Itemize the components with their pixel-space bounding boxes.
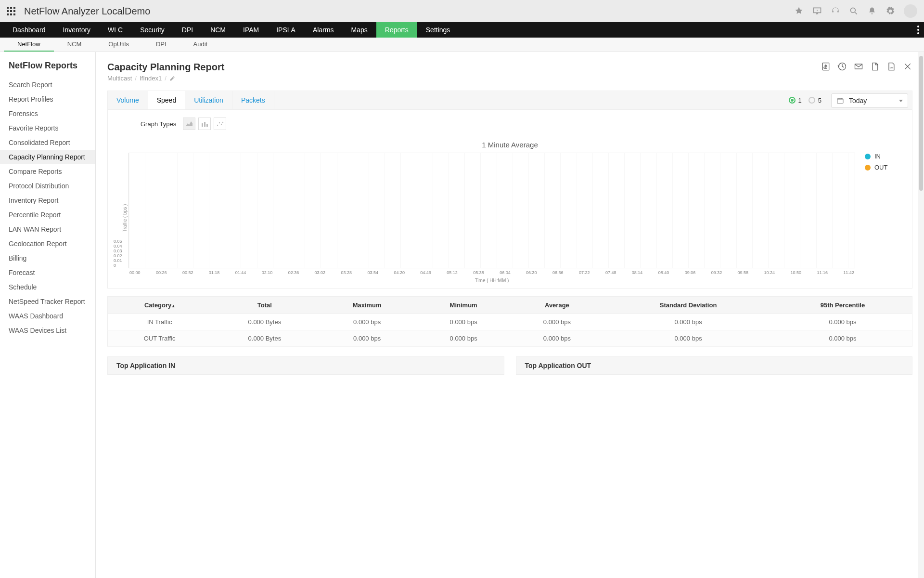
sidebar-item[interactable]: WAAS Dashboard bbox=[9, 309, 95, 323]
graph-types-label: Graph Types bbox=[141, 120, 176, 128]
panel-top-app-in: Top Application IN bbox=[107, 356, 504, 375]
nav-maps[interactable]: Maps bbox=[343, 22, 376, 38]
nav-dashboard[interactable]: Dashboard bbox=[4, 22, 54, 38]
nav-reports[interactable]: Reports bbox=[376, 22, 417, 38]
csv-icon[interactable]: csv bbox=[886, 62, 896, 71]
graph-type-scatter[interactable] bbox=[214, 118, 226, 130]
graph-type-area[interactable] bbox=[183, 118, 195, 130]
sidebar-list: Search ReportReport ProfilesForensicsFav… bbox=[9, 78, 95, 338]
nav-ipam[interactable]: IPAM bbox=[234, 22, 268, 38]
col-minimum[interactable]: Minimum bbox=[416, 297, 511, 314]
search-icon[interactable] bbox=[849, 6, 859, 16]
col-total[interactable]: Total bbox=[211, 297, 318, 314]
nav-overflow-icon[interactable] bbox=[917, 22, 919, 38]
nav-security[interactable]: Security bbox=[131, 22, 173, 38]
stats-table: Category▴TotalMaximumMinimumAverageStand… bbox=[107, 296, 912, 347]
nav-ipsla[interactable]: IPSLA bbox=[268, 22, 304, 38]
topbar: NetFlow Analyzer LocalDemo bbox=[0, 0, 924, 22]
nav-dpi[interactable]: DPI bbox=[173, 22, 202, 38]
sidebar-item[interactable]: Forensics bbox=[9, 106, 95, 121]
sidebar-item[interactable]: Favorite Reports bbox=[9, 121, 95, 135]
y-axis-label: Traffic ( bps ) bbox=[121, 153, 128, 283]
bell-icon[interactable] bbox=[867, 6, 877, 16]
subnav-audit[interactable]: Audit bbox=[180, 38, 221, 52]
history-icon[interactable] bbox=[837, 62, 847, 71]
mail-icon[interactable] bbox=[854, 62, 863, 71]
svg-point-0 bbox=[850, 8, 855, 13]
sidebar-item[interactable]: Billing bbox=[9, 251, 95, 265]
subnav-oputils[interactable]: OpUtils bbox=[95, 38, 142, 52]
sidebar-item[interactable]: Search Report bbox=[9, 78, 95, 92]
calendar-icon bbox=[836, 97, 844, 105]
legend-item[interactable]: IN bbox=[865, 153, 898, 160]
period-select[interactable]: Today bbox=[831, 93, 908, 108]
presentation-icon[interactable] bbox=[812, 6, 822, 16]
apps-icon[interactable] bbox=[7, 7, 15, 15]
subnav-ncm[interactable]: NCM bbox=[54, 38, 95, 52]
col-category[interactable]: Category▴ bbox=[108, 297, 212, 314]
sidebar-item[interactable]: Consolidated Report bbox=[9, 135, 95, 150]
sidebar-item[interactable]: WAAS Devices List bbox=[9, 323, 95, 338]
interval-radio-1[interactable] bbox=[789, 97, 796, 104]
tab-utilization[interactable]: Utilization bbox=[185, 91, 232, 109]
tab-volume[interactable]: Volume bbox=[108, 91, 148, 109]
col-95th-percentile[interactable]: 95th Percentile bbox=[773, 297, 912, 314]
cell: OUT Traffic bbox=[108, 330, 212, 347]
panel-in-title: Top Application IN bbox=[108, 357, 504, 374]
table-row: OUT Traffic0.000 Bytes0.000 bps0.000 bps… bbox=[108, 330, 912, 347]
sidebar-item[interactable]: Forecast bbox=[9, 265, 95, 280]
close-icon[interactable] bbox=[903, 62, 912, 71]
col-standard-deviation[interactable]: Standard Deviation bbox=[603, 297, 773, 314]
edit-icon[interactable] bbox=[169, 75, 176, 81]
x-ticks: 00:0000:2600:5201:1801:4402:1002:3603:02… bbox=[128, 270, 855, 275]
tab-packets[interactable]: Packets bbox=[232, 91, 274, 109]
tab-speed[interactable]: Speed bbox=[148, 91, 185, 109]
nav-ncm[interactable]: NCM bbox=[202, 22, 234, 38]
chevron-down-icon bbox=[899, 100, 903, 102]
interval-radio-group: 15 bbox=[789, 91, 831, 109]
graph-type-bar[interactable] bbox=[198, 118, 211, 130]
nav-inventory[interactable]: Inventory bbox=[54, 22, 100, 38]
billing-icon[interactable] bbox=[821, 62, 831, 71]
legend-item[interactable]: OUT bbox=[865, 164, 898, 171]
sidebar-item[interactable]: Geolocation Report bbox=[9, 236, 95, 251]
pdf-icon[interactable] bbox=[870, 62, 880, 71]
crumb-0[interactable]: Multicast bbox=[107, 75, 132, 82]
sidebar-item[interactable]: Schedule bbox=[9, 280, 95, 294]
sidebar-item[interactable]: Protocol Distribution bbox=[9, 179, 95, 193]
svg-rect-7 bbox=[206, 124, 208, 127]
crumb-1[interactable]: IfIndex1 bbox=[140, 75, 162, 82]
interval-radio-5[interactable] bbox=[808, 97, 815, 104]
vertical-scrollbar[interactable] bbox=[918, 52, 924, 578]
rocket-icon[interactable] bbox=[794, 6, 804, 16]
sidebar-item[interactable]: Report Profiles bbox=[9, 92, 95, 106]
sidebar-item[interactable]: LAN WAN Report bbox=[9, 222, 95, 236]
cell: 0.000 Bytes bbox=[211, 330, 318, 347]
nav-wlc[interactable]: WLC bbox=[99, 22, 131, 38]
app-title: NetFlow Analyzer LocalDemo bbox=[24, 6, 150, 17]
col-average[interactable]: Average bbox=[511, 297, 603, 314]
subnav-dpi[interactable]: DPI bbox=[142, 38, 180, 52]
scrollbar-thumb[interactable] bbox=[919, 56, 923, 191]
col-maximum[interactable]: Maximum bbox=[318, 297, 416, 314]
chart-area: Graph Types 1 Minute Average Traffic ( b… bbox=[107, 110, 912, 289]
table-header-row: Category▴TotalMaximumMinimumAverageStand… bbox=[108, 297, 912, 314]
gear-icon[interactable] bbox=[886, 6, 895, 16]
nav-settings[interactable]: Settings bbox=[417, 22, 459, 38]
cell: 0.000 bps bbox=[773, 330, 912, 347]
sidebar-item[interactable]: NetSpeed Tracker Report bbox=[9, 294, 95, 309]
sidebar-item[interactable]: Compare Reports bbox=[9, 164, 95, 179]
table-row: IN Traffic0.000 Bytes0.000 bps0.000 bps0… bbox=[108, 314, 912, 330]
subnav-netflow[interactable]: NetFlow bbox=[4, 38, 54, 52]
headset-icon[interactable] bbox=[831, 6, 840, 16]
chart-plot: 00.010.020.030.040.05 00:0000:2600:5201:… bbox=[128, 153, 855, 283]
sidebar-item[interactable]: Capacity Planning Report bbox=[0, 150, 95, 164]
sidebar-item[interactable]: Percentile Report bbox=[9, 208, 95, 222]
svg-rect-5 bbox=[202, 123, 203, 127]
sidebar-item[interactable]: Inventory Report bbox=[9, 193, 95, 208]
breadcrumb: Multicast / IfIndex1 / bbox=[107, 75, 224, 82]
cell: 0.000 bps bbox=[603, 330, 773, 347]
interval-label-1: 1 bbox=[798, 97, 802, 104]
nav-alarms[interactable]: Alarms bbox=[304, 22, 343, 38]
user-avatar[interactable] bbox=[904, 4, 917, 18]
